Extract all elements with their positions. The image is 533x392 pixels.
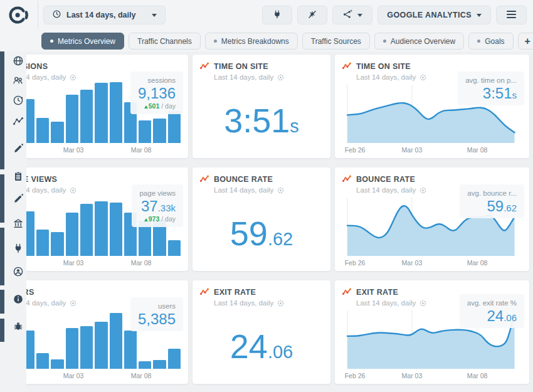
share-icon <box>342 9 352 21</box>
bar[interactable] <box>80 326 93 369</box>
bar[interactable] <box>139 361 151 369</box>
styles-button[interactable] <box>297 6 327 24</box>
bar[interactable] <box>66 328 78 369</box>
sidebar-group-indicator <box>0 228 4 285</box>
tab-metrics-breakdowns[interactable]: Metrics Breakdowns <box>205 33 298 50</box>
line-chart-icon <box>200 287 209 298</box>
bug-icon[interactable] <box>13 320 24 332</box>
plus-icon: + <box>525 36 530 47</box>
widget-title: EXIT RATE <box>214 288 256 297</box>
history-icon[interactable] <box>13 95 24 106</box>
stat-label: avg. time on p... <box>465 77 517 84</box>
widget-bounce-rate-trend[interactable]: BOUNCE RATE Last 14 days, daily Feb 26Ma… <box>335 167 529 271</box>
clipboard-icon[interactable] <box>13 171 24 182</box>
tab-traffic-channels[interactable]: Traffic Channels <box>129 33 201 50</box>
big-number: 59.62 <box>193 216 330 250</box>
hamburger-icon <box>506 10 517 21</box>
x-axis-label: Mar 03 <box>63 146 84 154</box>
big-number: 24.06 <box>193 329 330 363</box>
bar[interactable] <box>80 204 93 256</box>
x-axis-label: Mar 03 <box>63 372 84 379</box>
bar[interactable] <box>168 240 181 256</box>
bar[interactable] <box>66 95 78 143</box>
plug-icon[interactable] <box>13 243 24 254</box>
magic-icon <box>307 9 317 21</box>
line-chart-icon <box>200 174 209 185</box>
bar[interactable] <box>36 118 49 143</box>
gear-icon[interactable] <box>277 187 284 194</box>
stat-label: users <box>138 302 176 310</box>
widget-subtitle: Last 14 days, daily <box>214 186 273 194</box>
tab-traffic-sources[interactable]: Traffic Sources <box>302 33 370 50</box>
pencil-icon[interactable] <box>13 143 24 154</box>
add-tab-button[interactable]: + <box>518 33 533 50</box>
data-source-label: GOOGLE ANALYTICS <box>387 11 472 19</box>
bar[interactable] <box>51 359 63 369</box>
date-range-selector[interactable]: Last 14 days, daily <box>43 6 166 24</box>
widget-time-on-site-value[interactable]: TIME ON SITE Last 14 days, daily 3:51s <box>193 55 330 158</box>
clock-icon <box>52 9 61 21</box>
bar[interactable] <box>66 213 78 256</box>
bar[interactable] <box>153 360 166 369</box>
stat-value: 9,136 <box>138 86 176 101</box>
bank-icon[interactable] <box>13 218 24 229</box>
profile-icon[interactable] <box>13 266 24 277</box>
widget-title: TIME ON SITE <box>356 62 411 71</box>
widget-users-bar[interactable]: USERS Last 14 days, daily Mar 03Mar 08 u… <box>0 280 188 384</box>
bar[interactable] <box>110 203 122 256</box>
widget-sessions-bar[interactable]: SESSIONS Last 14 days, daily Mar 03Mar 0… <box>0 55 188 158</box>
scatter-chart-icon[interactable] <box>13 115 24 127</box>
bar[interactable] <box>36 353 49 369</box>
gear-icon[interactable] <box>420 187 426 194</box>
databox-logo[interactable] <box>6 4 31 26</box>
stat-overlay: avg. exit rate % 24.06 <box>460 294 524 328</box>
tab-audience-overview[interactable]: Audience Overview <box>374 33 464 50</box>
tab-goals[interactable]: Goals <box>468 33 513 50</box>
x-axis-label: Mar 03 <box>63 259 84 267</box>
bar[interactable] <box>124 331 137 369</box>
bar[interactable] <box>95 322 107 369</box>
bar[interactable] <box>51 232 63 256</box>
widget-exit-rate-value[interactable]: EXIT RATE Last 14 days, daily 24.06 <box>193 280 330 384</box>
chevron-down-icon <box>477 14 482 17</box>
web-icon[interactable] <box>13 55 24 66</box>
bar[interactable] <box>110 82 122 143</box>
gear-icon[interactable] <box>277 74 284 81</box>
widget-subtitle: Last 14 days, daily <box>356 299 416 307</box>
sidebar-group-indicator <box>0 290 4 314</box>
menu-button[interactable] <box>496 6 527 24</box>
x-axis-label: Mar 08 <box>467 146 488 154</box>
info-icon[interactable] <box>13 294 24 305</box>
top-bar-zone: Last 14 days, daily <box>0 0 533 51</box>
bar[interactable] <box>95 83 107 143</box>
big-number: 3:51s <box>193 103 330 137</box>
bar[interactable] <box>80 90 93 143</box>
share-button[interactable] <box>332 6 372 24</box>
stat-overlay: avg. time on p... 3:51s <box>458 72 524 105</box>
bar[interactable] <box>168 111 181 144</box>
pencil-icon[interactable] <box>13 193 24 204</box>
widget-exit-rate-trend[interactable]: EXIT RATE Last 14 days, daily Feb 26Mar … <box>335 280 529 384</box>
bar[interactable] <box>51 122 63 143</box>
tab-dot <box>214 40 217 43</box>
widget-pageviews-bar[interactable]: PAGE VIEWS Last 14 days, daily Mar 03Mar… <box>0 167 188 271</box>
tab-metrics-overview[interactable]: Metrics Overview <box>41 33 124 50</box>
widget-title: BOUNCE RATE <box>214 175 273 184</box>
bar[interactable] <box>95 201 107 256</box>
dashboard-tabs: Metrics Overview Traffic Channels Metric… <box>41 33 533 50</box>
bar[interactable] <box>153 119 166 143</box>
widget-bounce-rate-value[interactable]: BOUNCE RATE Last 14 days, daily 59.62 <box>193 167 330 271</box>
bar[interactable] <box>139 120 151 143</box>
gear-icon[interactable] <box>277 300 284 307</box>
users-icon[interactable] <box>13 75 24 86</box>
widget-time-on-site-trend[interactable]: TIME ON SITE Last 14 days, daily Feb 26M… <box>335 55 529 158</box>
gear-icon[interactable] <box>420 74 426 81</box>
x-axis-label: Mar 03 <box>402 259 423 267</box>
bar[interactable] <box>168 349 181 369</box>
connections-button[interactable] <box>262 6 292 24</box>
bar[interactable] <box>36 230 49 256</box>
stat-label: sessions <box>138 77 176 84</box>
gear-icon[interactable] <box>420 300 426 307</box>
bar[interactable] <box>110 313 122 369</box>
data-source-selector[interactable]: GOOGLE ANALYTICS <box>377 6 491 24</box>
